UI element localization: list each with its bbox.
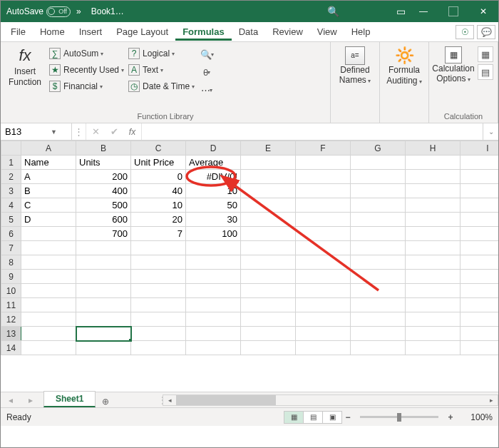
share-button[interactable]: ☉ (456, 25, 474, 39)
calculate-sheet-button[interactable]: ▤ (478, 64, 493, 80)
hscroll-left[interactable]: ◂ (163, 395, 176, 405)
lookup-button[interactable]: 🔍▾ (199, 46, 215, 62)
calculation-options-button[interactable]: ▦ Calculation Options ▾ (433, 45, 473, 84)
defined-names-button[interactable]: a= Defined Names ▾ (335, 45, 375, 86)
fx-icon: fx (19, 46, 31, 65)
toggle-knob (48, 8, 55, 15)
col-header-D[interactable]: D (186, 141, 241, 156)
tab-insert[interactable]: Insert (72, 23, 110, 41)
clock-icon: ◷ (128, 81, 140, 92)
select-all-corner[interactable] (1, 141, 21, 156)
zoom-slider[interactable] (360, 416, 438, 418)
page-break-view-button[interactable]: ▣ (322, 411, 342, 424)
col-header-C[interactable]: C (131, 141, 186, 156)
tab-view[interactable]: View (310, 23, 344, 41)
star-icon: ★ (49, 64, 61, 76)
cell[interactable]: Units (76, 156, 131, 170)
enter-formula-button[interactable]: ✔ (105, 123, 123, 140)
expand-formula-bar[interactable]: ⌄ (483, 123, 498, 140)
zoom-in-button[interactable]: + (444, 412, 457, 422)
col-header-E[interactable]: E (241, 141, 296, 156)
cell[interactable]: Average (186, 156, 241, 170)
financial-button[interactable]: $Financial▾ (49, 79, 124, 93)
fill-handle[interactable] (128, 338, 131, 341)
row-header[interactable]: 1 (1, 156, 21, 170)
hscroll-thumb[interactable] (176, 395, 276, 405)
col-header-F[interactable]: F (296, 141, 351, 156)
insert-function-button[interactable]: fx Insert Function (5, 45, 45, 87)
minimize-button[interactable]: — (408, 1, 438, 22)
autosave-label: AutoSave (6, 6, 43, 16)
tab-home[interactable]: Home (33, 23, 72, 41)
cancel-formula-button[interactable]: ✕ (86, 123, 105, 140)
insert-function-label2: Function (9, 77, 41, 87)
ribbon: fx Insert Function ∑AutoSum▾ ★Recently U… (1, 42, 498, 123)
tab-help[interactable]: Help (344, 23, 378, 41)
zoom-thumb[interactable] (397, 413, 401, 422)
insert-function-label1: Insert (14, 66, 36, 76)
logical-button[interactable]: ?Logical▾ (128, 46, 195, 61)
datetime-button[interactable]: ◷Date & Time▾ (128, 79, 195, 93)
autosave[interactable]: AutoSave Off (1, 6, 71, 17)
search-icon[interactable]: 🔍 (327, 6, 339, 17)
text-button[interactable]: AText▾ (128, 63, 195, 77)
calculate-now-button[interactable]: ▦ (478, 46, 493, 62)
more-functions-button[interactable]: ⋯▾ (199, 82, 215, 98)
formula-input-wrap[interactable] (142, 123, 483, 140)
tab-formulas[interactable]: Formulas (175, 23, 232, 41)
toggle-off-label: Off (58, 8, 67, 15)
tab-page-layout[interactable]: Page Layout (109, 23, 175, 41)
status-bar: Ready ▦ ▤ ▣ − + 100% (1, 407, 498, 426)
hscroll-right[interactable]: ▸ (485, 395, 498, 405)
auditing-icon: 🔆 (395, 46, 414, 65)
error-cell[interactable]: #DIV/0! (186, 170, 241, 184)
normal-view-button[interactable]: ▦ (284, 411, 304, 424)
close-button[interactable]: ✕ (468, 1, 498, 22)
group-calculation: Calculation (433, 110, 493, 123)
tabs-row: File Home Insert Page Layout Formulas Da… (1, 22, 498, 42)
zoom-out-button[interactable]: − (341, 412, 354, 422)
col-header-A[interactable]: A (21, 141, 76, 156)
name-box[interactable]: ▼ (1, 123, 72, 140)
text-icon: A (128, 64, 140, 76)
formula-input[interactable] (146, 126, 478, 137)
sheet-tab-row: ◂ ▸ Sheet1 ⊕ ⋮ ◂ ▸ (1, 392, 498, 407)
col-header-H[interactable]: H (406, 141, 461, 156)
maximize-button[interactable] (438, 1, 468, 22)
selected-cell[interactable] (76, 327, 131, 341)
math-button[interactable]: θ▾ (199, 64, 215, 80)
tab-data[interactable]: Data (232, 23, 265, 41)
name-box-input[interactable] (5, 126, 48, 137)
ribbon-display-icon[interactable]: ▭ (396, 6, 406, 17)
recently-used-button[interactable]: ★Recently Used▾ (49, 63, 124, 77)
defined-names-icon: a= (345, 46, 365, 65)
page-layout-view-button[interactable]: ▤ (303, 411, 323, 424)
col-header-I[interactable]: I (461, 141, 499, 156)
spreadsheet-grid[interactable]: A B C D E F G H I 1 Name Units Unit Pric… (1, 141, 498, 392)
col-header-G[interactable]: G (351, 141, 406, 156)
col-header-B[interactable]: B (76, 141, 131, 156)
new-sheet-button[interactable]: ⊕ (96, 396, 115, 407)
calc-options-icon: ▦ (445, 46, 462, 63)
group-function-library: Function Library (5, 110, 326, 123)
sheet-scroll-left[interactable]: ◂ (1, 392, 21, 407)
title-right: ▭ (396, 6, 408, 17)
question-icon: ? (128, 48, 140, 59)
cell[interactable]: Unit Price (131, 156, 186, 170)
insert-fx-button[interactable]: fx (123, 123, 142, 140)
autosum-button[interactable]: ∑AutoSum▾ (49, 46, 124, 61)
sheet-scroll-right[interactable]: ▸ (21, 392, 41, 407)
tab-file[interactable]: File (4, 23, 33, 41)
sheet-tab-active[interactable]: Sheet1 (43, 391, 96, 407)
zoom-level[interactable]: 100% (457, 412, 493, 422)
formula-auditing-button[interactable]: 🔆 Formula Auditing ▾ (384, 45, 424, 86)
autosave-toggle[interactable]: Off (46, 6, 71, 17)
cell[interactable]: Name (21, 156, 76, 170)
sigma-icon: ∑ (49, 48, 61, 59)
h-scrollbar[interactable]: ⋮ ◂ ▸ (158, 392, 498, 407)
tab-review[interactable]: Review (265, 23, 310, 41)
comments-button[interactable]: 💬 (477, 25, 495, 39)
qat-overflow[interactable]: » (76, 6, 81, 16)
status-ready: Ready (6, 412, 284, 422)
name-box-dropdown[interactable]: ▼ (48, 128, 60, 136)
